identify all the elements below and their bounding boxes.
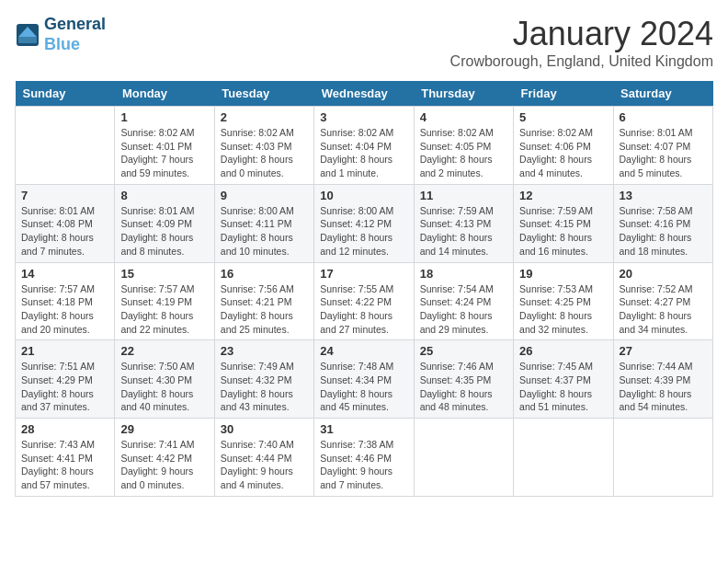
day-info: Sunrise: 8:01 AM Sunset: 4:07 PM Dayligh… (620, 126, 707, 180)
day-info: Sunrise: 7:52 AM Sunset: 4:27 PM Dayligh… (620, 282, 707, 337)
day-number: 24 (320, 344, 407, 358)
day-number: 20 (620, 267, 707, 281)
title-section: January 2024 Crowborough, England, Unite… (450, 15, 713, 70)
day-info: Sunrise: 8:02 AM Sunset: 4:01 PM Dayligh… (120, 126, 208, 180)
day-number: 21 (21, 344, 108, 358)
calendar-cell: 1Sunrise: 8:02 AM Sunset: 4:01 PM Daylig… (115, 107, 214, 185)
calendar-cell: 4Sunrise: 8:02 AM Sunset: 4:05 PM Daylig… (414, 107, 513, 185)
calendar-cell: 21Sunrise: 7:51 AM Sunset: 4:29 PM Dayli… (16, 340, 115, 419)
calendar-cell: 12Sunrise: 7:59 AM Sunset: 4:15 PM Dayli… (514, 184, 613, 262)
calendar-cell: 9Sunrise: 8:00 AM Sunset: 4:11 PM Daylig… (214, 184, 313, 262)
day-info: Sunrise: 7:53 AM Sunset: 4:25 PM Dayligh… (519, 282, 607, 337)
calendar-cell: 30Sunrise: 7:40 AM Sunset: 4:44 PM Dayli… (214, 419, 313, 497)
day-info: Sunrise: 7:59 AM Sunset: 4:15 PM Dayligh… (519, 204, 607, 259)
day-number: 13 (620, 189, 707, 202)
calendar-cell: 24Sunrise: 7:48 AM Sunset: 4:34 PM Dayli… (314, 340, 414, 419)
day-info: Sunrise: 7:55 AM Sunset: 4:22 PM Dayligh… (320, 282, 407, 337)
day-info: Sunrise: 7:54 AM Sunset: 4:24 PM Dayligh… (420, 282, 507, 337)
calendar-cell: 16Sunrise: 7:56 AM Sunset: 4:21 PM Dayli… (214, 262, 313, 340)
day-info: Sunrise: 8:00 AM Sunset: 4:11 PM Dayligh… (221, 204, 308, 259)
day-info: Sunrise: 7:51 AM Sunset: 4:29 PM Dayligh… (21, 360, 108, 414)
day-number: 25 (420, 344, 507, 358)
calendar-header: SundayMondayTuesdayWednesdayThursdayFrid… (16, 81, 713, 107)
calendar-cell: 27Sunrise: 7:44 AM Sunset: 4:39 PM Dayli… (613, 340, 712, 419)
calendar-cell: 14Sunrise: 7:57 AM Sunset: 4:18 PM Dayli… (16, 262, 115, 340)
calendar-cell: 19Sunrise: 7:53 AM Sunset: 4:25 PM Dayli… (514, 262, 613, 340)
calendar-cell: 3Sunrise: 8:02 AM Sunset: 4:04 PM Daylig… (314, 107, 414, 185)
day-number: 1 (120, 110, 208, 124)
day-number: 28 (21, 422, 108, 436)
day-number: 19 (519, 267, 607, 281)
day-number: 16 (221, 267, 308, 281)
day-number: 31 (320, 422, 407, 436)
day-info: Sunrise: 7:43 AM Sunset: 4:41 PM Dayligh… (21, 438, 108, 492)
day-number: 5 (519, 110, 607, 124)
calendar-cell: 17Sunrise: 7:55 AM Sunset: 4:22 PM Dayli… (314, 262, 414, 340)
day-info: Sunrise: 7:56 AM Sunset: 4:21 PM Dayligh… (221, 282, 308, 337)
logo: General Blue (15, 15, 106, 54)
calendar-cell: 8Sunrise: 8:01 AM Sunset: 4:09 PM Daylig… (115, 184, 214, 262)
day-number: 2 (221, 110, 308, 124)
location: Crowborough, England, United Kingdom (450, 53, 713, 70)
calendar-cell: 13Sunrise: 7:58 AM Sunset: 4:16 PM Dayli… (613, 184, 712, 262)
day-info: Sunrise: 8:02 AM Sunset: 4:06 PM Dayligh… (519, 126, 607, 180)
calendar-cell (514, 419, 613, 497)
calendar-cell: 26Sunrise: 7:45 AM Sunset: 4:37 PM Dayli… (514, 340, 613, 419)
calendar-cell: 25Sunrise: 7:46 AM Sunset: 4:35 PM Dayli… (414, 340, 513, 419)
day-number: 12 (519, 189, 607, 202)
day-info: Sunrise: 8:02 AM Sunset: 4:03 PM Dayligh… (221, 126, 308, 180)
calendar-cell (613, 419, 712, 497)
day-info: Sunrise: 7:59 AM Sunset: 4:13 PM Dayligh… (420, 204, 507, 259)
day-info: Sunrise: 7:41 AM Sunset: 4:42 PM Dayligh… (120, 438, 208, 492)
calendar-cell: 22Sunrise: 7:50 AM Sunset: 4:30 PM Dayli… (115, 340, 214, 419)
day-number: 4 (420, 110, 507, 124)
calendar-cell: 31Sunrise: 7:38 AM Sunset: 4:46 PM Dayli… (314, 419, 414, 497)
day-info: Sunrise: 7:38 AM Sunset: 4:46 PM Dayligh… (320, 438, 407, 492)
day-number: 18 (420, 267, 507, 281)
calendar-cell: 11Sunrise: 7:59 AM Sunset: 4:13 PM Dayli… (414, 184, 513, 262)
day-number: 8 (120, 189, 208, 202)
logo-icon (15, 22, 40, 48)
day-number: 17 (320, 267, 407, 281)
day-header-sunday: Sunday (16, 81, 115, 107)
day-info: Sunrise: 7:58 AM Sunset: 4:16 PM Dayligh… (620, 204, 707, 259)
day-info: Sunrise: 7:57 AM Sunset: 4:19 PM Dayligh… (120, 282, 208, 337)
month-title: January 2024 (450, 15, 713, 53)
calendar-cell (16, 107, 115, 185)
calendar-table: SundayMondayTuesdayWednesdayThursdayFrid… (15, 81, 713, 497)
day-number: 6 (620, 110, 707, 124)
day-info: Sunrise: 7:49 AM Sunset: 4:32 PM Dayligh… (221, 360, 308, 414)
day-number: 22 (120, 344, 208, 358)
day-info: Sunrise: 7:46 AM Sunset: 4:35 PM Dayligh… (420, 360, 507, 414)
calendar-cell: 10Sunrise: 8:00 AM Sunset: 4:12 PM Dayli… (314, 184, 414, 262)
day-header-monday: Monday (115, 81, 214, 107)
day-info: Sunrise: 7:48 AM Sunset: 4:34 PM Dayligh… (320, 360, 407, 414)
day-number: 15 (120, 267, 208, 281)
day-info: Sunrise: 8:01 AM Sunset: 4:08 PM Dayligh… (21, 204, 108, 259)
calendar-cell: 5Sunrise: 8:02 AM Sunset: 4:06 PM Daylig… (514, 107, 613, 185)
page-header: General Blue January 2024 Crowborough, E… (15, 15, 713, 70)
calendar-cell: 28Sunrise: 7:43 AM Sunset: 4:41 PM Dayli… (16, 419, 115, 497)
day-number: 14 (21, 267, 108, 281)
day-number: 29 (120, 422, 208, 436)
day-info: Sunrise: 7:44 AM Sunset: 4:39 PM Dayligh… (620, 360, 707, 414)
calendar-cell: 15Sunrise: 7:57 AM Sunset: 4:19 PM Dayli… (115, 262, 214, 340)
calendar-cell: 23Sunrise: 7:49 AM Sunset: 4:32 PM Dayli… (214, 340, 313, 419)
day-number: 23 (221, 344, 308, 358)
day-header-friday: Friday (514, 81, 613, 107)
calendar-cell: 6Sunrise: 8:01 AM Sunset: 4:07 PM Daylig… (613, 107, 712, 185)
calendar-cell: 20Sunrise: 7:52 AM Sunset: 4:27 PM Dayli… (613, 262, 712, 340)
day-number: 9 (221, 189, 308, 202)
day-number: 27 (620, 344, 707, 358)
calendar-cell: 2Sunrise: 8:02 AM Sunset: 4:03 PM Daylig… (214, 107, 313, 185)
day-info: Sunrise: 7:57 AM Sunset: 4:18 PM Dayligh… (21, 282, 108, 337)
day-info: Sunrise: 7:45 AM Sunset: 4:37 PM Dayligh… (519, 360, 607, 414)
day-number: 30 (221, 422, 308, 436)
day-number: 11 (420, 189, 507, 202)
day-info: Sunrise: 8:02 AM Sunset: 4:04 PM Dayligh… (320, 126, 407, 180)
day-info: Sunrise: 7:50 AM Sunset: 4:30 PM Dayligh… (120, 360, 208, 414)
day-info: Sunrise: 7:40 AM Sunset: 4:44 PM Dayligh… (221, 438, 308, 492)
day-number: 26 (519, 344, 607, 358)
day-info: Sunrise: 8:01 AM Sunset: 4:09 PM Dayligh… (120, 204, 208, 259)
calendar-cell (414, 419, 513, 497)
